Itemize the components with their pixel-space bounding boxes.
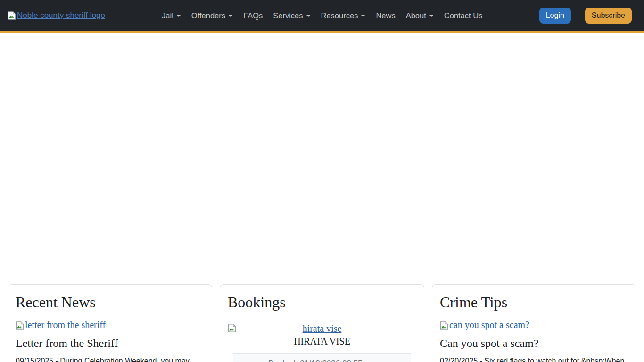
nav-label: About bbox=[406, 11, 426, 20]
hero-empty-area bbox=[0, 33, 644, 284]
nav-item-offenders[interactable]: Offenders bbox=[186, 8, 238, 24]
chevron-down-icon bbox=[361, 15, 365, 17]
nav-label: Services bbox=[273, 11, 303, 20]
crime-tip-heading: Can you spot a scam? bbox=[440, 337, 628, 350]
crime-tip-image-link[interactable]: can you spot a scam? bbox=[440, 320, 529, 330]
subscribe-button[interactable]: Subscribe bbox=[585, 8, 632, 24]
recent-news-title: Recent News bbox=[16, 293, 204, 311]
chevron-down-icon bbox=[228, 15, 233, 17]
nav-item-services[interactable]: Services bbox=[268, 8, 315, 24]
navbar: Noble county sheriff logo Jail Offenders… bbox=[0, 0, 644, 33]
chevron-down-icon bbox=[176, 15, 181, 17]
cards-row: Recent News letter from the sheriff Lett… bbox=[0, 284, 644, 362]
logo-alt-text: Noble county sheriff logo bbox=[17, 11, 105, 20]
nav-item-resources[interactable]: Resources bbox=[316, 8, 371, 24]
news-article-excerpt: 09/15/2025 - During Celebration Weekend,… bbox=[16, 355, 204, 362]
logo-link[interactable]: Noble county sheriff logo bbox=[8, 11, 105, 20]
nav-label: Jail bbox=[162, 11, 173, 20]
news-image-alt-text: letter from the sheriff bbox=[25, 320, 106, 330]
booking-inmate-name: HIRATA VISE bbox=[228, 336, 416, 347]
bookings-title: Bookings bbox=[228, 293, 416, 311]
nav-label: Contact Us bbox=[444, 11, 483, 20]
booking-image-link[interactable]: hirata vise bbox=[303, 323, 342, 334]
booking-date-footer: Booked: 01/18/2026 09:55 pm bbox=[233, 353, 411, 362]
booking-image-alt-text: hirata vise bbox=[303, 323, 342, 334]
broken-image-icon bbox=[16, 321, 25, 330]
bookings-card: Bookings hirata vise HIRATA VISE Booked:… bbox=[220, 284, 424, 362]
crime-tip-image-alt-text: can you spot a scam? bbox=[449, 320, 529, 330]
nav-item-jail[interactable]: Jail bbox=[157, 8, 186, 24]
booking-media: hirata vise bbox=[228, 323, 416, 334]
broken-image-icon bbox=[8, 11, 17, 20]
news-article-heading: Letter from the Sheriff bbox=[16, 337, 204, 350]
nav-label: Offenders bbox=[191, 11, 225, 20]
crime-tip-excerpt: 02/20/2025 - Six red flags to watch out … bbox=[440, 355, 628, 362]
nav-item-about[interactable]: About bbox=[401, 8, 439, 24]
navbar-actions: Login Subscribe bbox=[539, 8, 632, 24]
news-image-link[interactable]: letter from the sheriff bbox=[16, 320, 106, 330]
crime-tips-card: Crime Tips can you spot a scam? Can you … bbox=[432, 284, 636, 362]
crime-tips-title: Crime Tips bbox=[440, 293, 628, 311]
broken-image-icon bbox=[440, 321, 449, 330]
main-nav: Jail Offenders FAQs Services Resources N… bbox=[157, 8, 487, 24]
nav-item-faqs[interactable]: FAQs bbox=[238, 8, 268, 24]
nav-label: Resources bbox=[321, 11, 358, 20]
nav-item-contact-us[interactable]: Contact Us bbox=[439, 8, 488, 24]
nav-item-news[interactable]: News bbox=[371, 8, 400, 24]
login-button[interactable]: Login bbox=[539, 8, 571, 24]
nav-label: News bbox=[376, 11, 395, 20]
chevron-down-icon bbox=[306, 15, 311, 17]
nav-label: FAQs bbox=[243, 11, 263, 20]
chevron-down-icon bbox=[429, 15, 434, 17]
recent-news-card: Recent News letter from the sheriff Lett… bbox=[8, 284, 212, 362]
broken-image-icon bbox=[228, 323, 237, 333]
